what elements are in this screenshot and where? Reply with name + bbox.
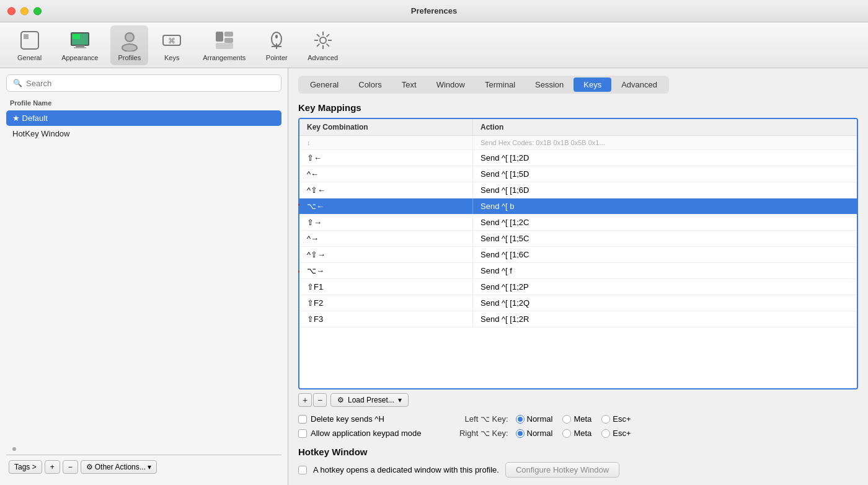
action-cell: Send Hex Codes: 0x1B 0x1B 0x5B 0x1...: [473, 136, 857, 149]
load-preset-label: Load Preset...: [348, 396, 394, 404]
tab-text[interactable]: Text: [392, 78, 427, 92]
right-key-meta-option[interactable]: Meta: [562, 429, 591, 438]
tab-window[interactable]: Window: [427, 78, 475, 92]
remove-mapping-button[interactable]: −: [313, 393, 327, 407]
right-key-normal-label: Normal: [527, 429, 553, 438]
toolbar-item-keys[interactable]: ⌘ Keys: [153, 25, 190, 65]
gear-icon: ⚙: [337, 396, 344, 404]
add-mapping-button[interactable]: +: [298, 393, 312, 407]
right-key-esc-option[interactable]: Esc+: [601, 429, 631, 438]
minimize-button[interactable]: [20, 7, 29, 15]
toolbar: General Appearance Profiles: [0, 22, 868, 68]
table-row[interactable]: ⇧F4 Send ^[ [1;2S: [299, 327, 857, 328]
table-row[interactable]: ↕ Send Hex Codes: 0x1B 0x1B 0x5B 0x1...: [299, 136, 857, 150]
remove-profile-button[interactable]: −: [63, 460, 78, 474]
configure-hotkey-label: Configure Hotkey Window: [516, 465, 609, 474]
toolbar-item-arrangements[interactable]: Arrangements: [195, 25, 253, 65]
tab-terminal[interactable]: Terminal: [475, 78, 525, 92]
profile-item-default[interactable]: ★ Default: [6, 110, 281, 126]
right-key-meta-radio[interactable]: [562, 429, 571, 438]
profile-name-header: Profile Name: [6, 97, 281, 109]
general-label: General: [17, 54, 42, 61]
right-key-label: Right ⌥ Key:: [446, 429, 508, 438]
right-key-meta-label: Meta: [574, 429, 591, 438]
left-key-normal-option[interactable]: Normal: [516, 414, 553, 424]
table-row[interactable]: ^⇧→ Send ^[ [1;6C: [299, 247, 857, 263]
left-key-meta-option[interactable]: Meta: [562, 414, 591, 424]
delete-key-label: Delete key sends ^H: [311, 414, 384, 424]
svg-point-9: [126, 33, 133, 41]
toolbar-item-advanced[interactable]: Advanced: [300, 25, 345, 65]
other-actions-button[interactable]: ⚙ Other Actions... ▾: [81, 460, 157, 474]
table-row-selected[interactable]: ⌥← Send ^[ b: [299, 198, 857, 215]
hotkey-window-section: Hotkey Window A hotkey opens a dedicated…: [298, 447, 858, 478]
toolbar-item-profiles[interactable]: Profiles: [110, 25, 148, 65]
search-box[interactable]: 🔍: [6, 74, 281, 92]
table-row[interactable]: ^← Send ^[ [1;5D: [299, 166, 857, 182]
table-row[interactable]: ⇧F1 Send ^[ [1;2P: [299, 279, 857, 295]
key-cell: ⇧F2: [299, 295, 473, 311]
toolbar-item-pointer[interactable]: Pointer: [258, 25, 295, 65]
remove-icon: −: [68, 463, 73, 471]
hotkey-section-title: Hotkey Window: [298, 447, 858, 457]
table-row[interactable]: ⇧F2 Send ^[ [1;2Q: [299, 295, 857, 311]
svg-line-28: [326, 34, 329, 37]
keys-icon: ⌘: [161, 29, 183, 51]
checkbox-keypad-mode[interactable]: Allow application keypad mode: [298, 429, 422, 438]
search-icon: 🔍: [13, 79, 22, 87]
action-cell: Send ^[ [1;2Q: [473, 295, 857, 311]
close-button[interactable]: [7, 7, 16, 15]
left-key-label: Left ⌥ Key:: [446, 414, 508, 424]
key-mappings-title: Key Mappings: [298, 102, 858, 113]
tab-general[interactable]: General: [300, 78, 348, 92]
right-key-normal-option[interactable]: Normal: [516, 429, 553, 438]
table-row[interactable]: ⇧← Send ^[ [1;2D: [299, 150, 857, 166]
checkbox-delete-key[interactable]: Delete key sends ^H: [298, 414, 422, 424]
configure-hotkey-button[interactable]: Configure Hotkey Window: [505, 462, 619, 478]
toolbar-item-general[interactable]: General: [10, 25, 49, 65]
action-cell: Send ^[ [1;2D: [473, 150, 857, 166]
maximize-button[interactable]: [33, 7, 42, 15]
toolbar-item-appearance[interactable]: Appearance: [54, 25, 105, 65]
load-preset-button[interactable]: ⚙ Load Preset... ▾: [330, 393, 409, 407]
profile-item-label: ★ Default: [12, 113, 48, 123]
svg-point-21: [320, 37, 326, 43]
action-cell: Send ^[ [1;2R: [473, 311, 857, 327]
keypad-mode-label: Allow application keypad mode: [311, 429, 422, 438]
key-cell: ⇧→: [299, 215, 473, 230]
left-key-esc-option[interactable]: Esc+: [601, 414, 631, 424]
tab-colors[interactable]: Colors: [348, 78, 392, 92]
keypad-mode-checkbox[interactable]: [298, 429, 307, 438]
right-key-esc-radio[interactable]: [601, 429, 610, 438]
action-cell: Send ^[ [1;2P: [473, 279, 857, 295]
search-input[interactable]: [26, 79, 275, 88]
left-key-esc-label: Esc+: [613, 414, 631, 424]
add-profile-button[interactable]: +: [45, 460, 60, 474]
table-row[interactable]: ⇧F3 Send ^[ [1;2R: [299, 311, 857, 327]
profile-list: ★ Default HotKey Window: [6, 110, 281, 443]
tab-advanced[interactable]: Advanced: [611, 78, 667, 92]
remove-icon: −: [317, 395, 322, 405]
tab-keys[interactable]: Keys: [574, 78, 611, 92]
tags-button[interactable]: Tags >: [9, 460, 42, 474]
table-body[interactable]: ↕ Send Hex Codes: 0x1B 0x1B 0x5B 0x1... …: [299, 136, 857, 328]
left-key-meta-radio[interactable]: [562, 415, 571, 424]
profile-item-hotkey[interactable]: HotKey Window: [6, 126, 281, 141]
action-cell: Send ^[ b: [473, 198, 857, 214]
table-row[interactable]: ^⇧← Send ^[ [1;6D: [299, 182, 857, 198]
action-cell: Send ^[ [1;2S: [473, 327, 857, 328]
key-cell: ⇧←: [299, 150, 473, 166]
right-panel: General Colors Text Window Terminal Sess…: [288, 68, 868, 485]
table-row[interactable]: ^→ Send ^[ [1;5C: [299, 231, 857, 247]
svg-rect-5: [76, 45, 84, 47]
chevron-down-icon: ▾: [398, 396, 402, 404]
left-key-esc-radio[interactable]: [601, 415, 610, 424]
left-key-normal-radio[interactable]: [516, 415, 525, 424]
radio-groups: Left ⌥ Key: Normal Meta: [446, 414, 631, 438]
delete-key-checkbox[interactable]: [298, 415, 307, 424]
right-key-normal-radio[interactable]: [516, 429, 525, 438]
table-row[interactable]: ⌥→ Send ^[ f: [299, 263, 857, 279]
table-row[interactable]: ⇧→ Send ^[ [1;2C: [299, 215, 857, 231]
tab-session[interactable]: Session: [525, 78, 574, 92]
hotkey-checkbox[interactable]: [298, 466, 307, 474]
